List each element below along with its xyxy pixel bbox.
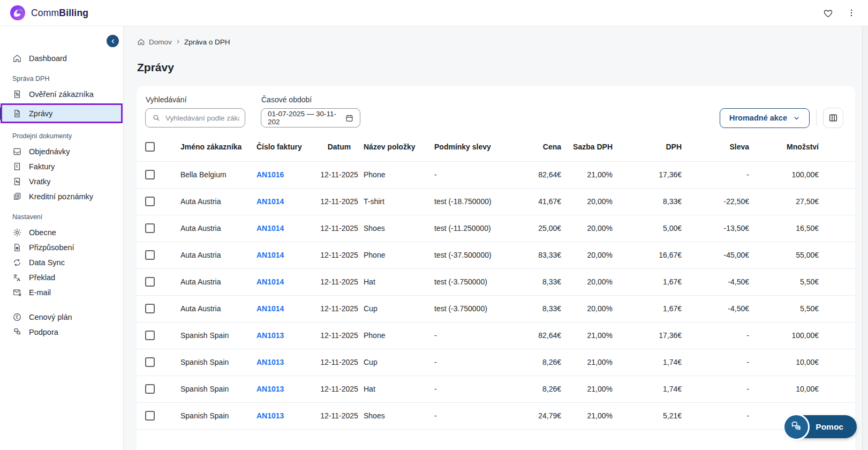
invoice-link[interactable]: AN1016: [256, 170, 284, 179]
cell-price: 8,26€: [524, 349, 561, 376]
sidebar-item-prizpusobeni[interactable]: Přizpůsobení: [0, 240, 123, 255]
cell-date: 12-11-2025: [315, 188, 364, 215]
cell-date: 12-11-2025: [315, 349, 364, 376]
app-logo-icon: [10, 5, 26, 21]
svg-text:€: €: [16, 164, 19, 169]
cell-amount: 10,00€: [749, 376, 855, 402]
cell-price: 41,67€: [524, 188, 561, 215]
kebab-menu-icon[interactable]: [847, 8, 856, 18]
row-checkbox[interactable]: [145, 411, 155, 421]
euro-circle-icon: €: [12, 312, 22, 322]
invoice-link[interactable]: AN1014: [256, 278, 284, 286]
row-checkbox[interactable]: [145, 384, 155, 394]
row-checkbox[interactable]: [145, 170, 155, 179]
cell-date: 12-11-2025: [315, 295, 364, 322]
cell-vat: 17,36€: [613, 161, 682, 188]
invoice-link[interactable]: AN1014: [256, 197, 284, 206]
app-logo[interactable]: CommBilling: [10, 5, 88, 21]
column-header-vat: DPH: [613, 133, 682, 161]
sidebar-item-label: Data Sync: [29, 258, 65, 267]
cell-invoice: AN1016: [256, 161, 315, 188]
sidebar-item-label: Obecne: [29, 228, 56, 237]
sidebar-item-preklad[interactable]: APřeklad: [0, 270, 123, 285]
table-row: Auta AustriaAN101412-11-2025Shoestest (-…: [137, 215, 855, 242]
column-header-discount: Sleva: [682, 133, 749, 161]
cell-vat: 5,21€: [613, 402, 682, 429]
cell-amount: 55,00€: [749, 242, 855, 268]
receipt-return-icon: [12, 177, 22, 186]
heart-icon[interactable]: [822, 8, 834, 19]
help-button[interactable]: Pomoc: [785, 415, 857, 438]
cell-vat: 5,00€: [613, 215, 682, 242]
search-input[interactable]: Vyhledávání podle zákaz: [145, 108, 245, 128]
select-all-checkbox[interactable]: [145, 142, 155, 152]
row-checkbox[interactable]: [145, 197, 155, 206]
row-checkbox[interactable]: [145, 277, 155, 287]
sidebar-item-e-mail[interactable]: E-mail: [0, 285, 123, 300]
table-row: Auta AustriaAN101412-11-2025Hattest (-3.…: [137, 268, 855, 295]
cell-invoice: AN1013: [256, 349, 315, 376]
cell-customer: Bella Belgium: [180, 161, 256, 188]
cell-discount: -: [682, 376, 749, 402]
cell-invoice: AN1013: [256, 322, 315, 349]
sidebar-item-label: Překlad: [29, 273, 55, 282]
cell-discount: -: [682, 402, 749, 429]
sidebar-item-kreditni-poznamky[interactable]: Kreditní poznámky: [0, 189, 123, 204]
sidebar-item-zpravy[interactable]: Zprávy: [1, 103, 123, 123]
cell-discount: -: [682, 161, 749, 188]
table-row: Bella BelgiumAN101612-11-2025Phone-82,64…: [137, 161, 855, 188]
cell-vat_rate: 20,00%: [561, 215, 613, 242]
cell-customer: Auta Austria: [180, 242, 256, 268]
breadcrumb-home-link[interactable]: Domov: [137, 38, 172, 46]
row-checkbox[interactable]: [145, 304, 155, 313]
bulk-actions-button[interactable]: Hromadné akce: [720, 108, 810, 128]
sidebar-group: Prodejní dokumentyObjednávky€FakturyVrat…: [0, 132, 123, 204]
cell-amount: 10,00€: [749, 349, 855, 376]
home-icon: [137, 38, 145, 46]
row-checkbox[interactable]: [145, 357, 155, 367]
invoice-link[interactable]: AN1014: [256, 224, 284, 232]
sidebar-item-vratky[interactable]: Vratky: [0, 174, 123, 189]
invoice-link[interactable]: AN1013: [256, 411, 284, 420]
table-row: Spanish SpainAN101312-11-2025Phone-82,64…: [137, 322, 855, 349]
invoice-link[interactable]: AN1013: [256, 331, 284, 340]
sidebar-item-faktury[interactable]: €Faktury: [0, 159, 123, 174]
sidebar-item-overeni-zakaznika[interactable]: Ověření zákazníka: [0, 87, 123, 102]
sidebar-group: Dashboard: [0, 51, 123, 66]
column-settings-button[interactable]: [823, 108, 843, 128]
row-checkbox[interactable]: [145, 223, 155, 233]
sidebar-collapse-button[interactable]: [107, 35, 119, 47]
invoice-link[interactable]: AN1013: [256, 358, 284, 366]
cell-terms: test (-18.750000): [434, 188, 524, 215]
cell-date: 12-11-2025: [315, 268, 364, 295]
row-checkbox[interactable]: [145, 250, 155, 260]
date-range-value: 01-07-2025 — 30-11-202: [268, 110, 341, 126]
invoice-link[interactable]: AN1014: [256, 251, 284, 259]
sidebar-item-data-sync[interactable]: Data Sync: [0, 255, 123, 270]
cell-price: 8,33€: [524, 268, 561, 295]
cell-customer: Auta Austria: [180, 295, 256, 322]
column-header-customer: Jméno zákazníka: [180, 133, 256, 161]
sidebar-item-cenovy-plan[interactable]: €Cenový plán: [0, 310, 123, 325]
sidebar-item-dashboard[interactable]: Dashboard: [0, 51, 123, 66]
invoice-link[interactable]: AN1013: [256, 385, 284, 393]
cell-amount: 100,00€: [749, 322, 855, 349]
cell-price: 83,33€: [524, 242, 561, 268]
cell-item: Cup: [364, 295, 434, 322]
date-range-input[interactable]: 01-07-2025 — 30-11-202: [261, 108, 360, 128]
sidebar-item-label: Kreditní poznámky: [29, 192, 93, 201]
cell-vat_rate: 20,00%: [561, 268, 613, 295]
sidebar-item-objednavky[interactable]: Objednávky: [0, 144, 123, 159]
row-checkbox[interactable]: [145, 331, 155, 340]
invoice-link[interactable]: AN1014: [256, 304, 284, 313]
sidebar-nav: DashboardSpráva DPHOvěření zákazníkaZprá…: [0, 26, 123, 340]
sidebar-item-obecne[interactable]: Obecne: [0, 225, 123, 240]
sync-icon: [12, 258, 22, 267]
search-filter-group: Vyhledávání Vyhledávání podle zákaz: [145, 95, 245, 128]
sidebar-item-podpora[interactable]: Podpora: [0, 325, 123, 340]
cell-terms: test (-37.500000): [434, 242, 524, 268]
cell-customer: Spanish Spain: [180, 349, 256, 376]
cell-vat_rate: 21,00%: [561, 402, 613, 429]
vertical-scrollbar[interactable]: [862, 26, 868, 450]
report-card: Vyhledávání Vyhledávání podle zákaz Časo…: [137, 86, 855, 450]
